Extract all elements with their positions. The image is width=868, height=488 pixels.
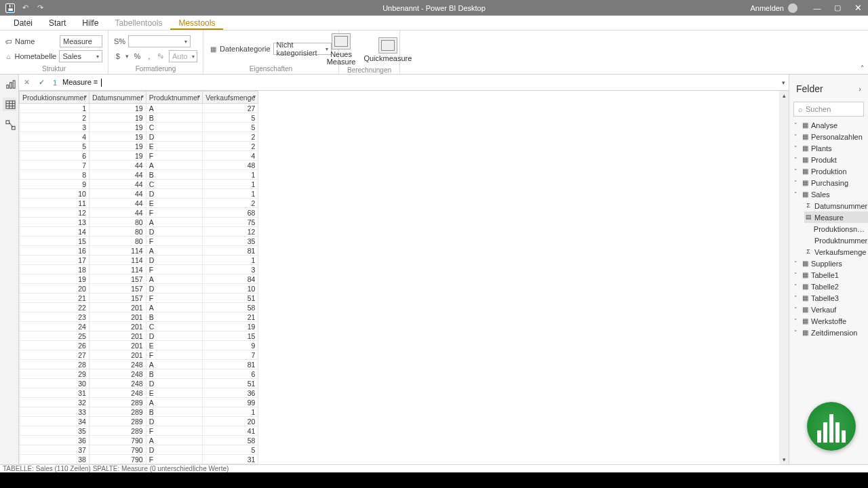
cell[interactable]: 28 bbox=[20, 360, 90, 369]
table-node[interactable]: ˅▦Tabelle2 bbox=[789, 281, 868, 292]
menu-start[interactable]: Start bbox=[41, 16, 74, 30]
field-node[interactable]: Produktionsnum... bbox=[804, 223, 868, 235]
cell[interactable]: 20 bbox=[203, 417, 258, 426]
cell[interactable]: D bbox=[146, 189, 203, 199]
table-node[interactable]: ˅▦Personalzahlen bbox=[789, 131, 868, 142]
cell[interactable]: 8 bbox=[20, 170, 90, 180]
cell[interactable]: F bbox=[146, 350, 203, 360]
cell[interactable]: 26 bbox=[20, 341, 90, 350]
close-button[interactable]: ✕ bbox=[848, 0, 868, 16]
save-icon[interactable]: 💾 bbox=[5, 3, 15, 13]
table-row[interactable]: 24201C19 bbox=[20, 322, 258, 331]
table-row[interactable]: 119A27 bbox=[20, 104, 258, 113]
cell[interactable]: 1 bbox=[203, 407, 258, 417]
cell[interactable]: 80 bbox=[89, 237, 146, 246]
table-row[interactable]: 27201F7 bbox=[20, 350, 258, 360]
table-row[interactable]: 319C5 bbox=[20, 123, 258, 132]
field-node[interactable]: ▤Measure bbox=[804, 211, 868, 223]
maximize-button[interactable]: ▢ bbox=[827, 0, 848, 16]
cell[interactable]: 114 bbox=[89, 265, 146, 274]
cell[interactable]: 27 bbox=[20, 350, 90, 360]
cell[interactable]: 4 bbox=[20, 132, 90, 142]
table-node[interactable]: ˅▦Tabelle3 bbox=[789, 292, 868, 304]
cell[interactable]: 75 bbox=[203, 218, 258, 227]
cell[interactable]: F bbox=[146, 208, 203, 218]
table-row[interactable]: 944C1 bbox=[20, 180, 258, 189]
cell[interactable]: F bbox=[146, 426, 203, 436]
cell[interactable]: E bbox=[146, 388, 203, 398]
name-input[interactable]: Measure bbox=[60, 35, 102, 47]
cell[interactable]: 44 bbox=[89, 208, 146, 218]
cell[interactable]: 19 bbox=[89, 142, 146, 151]
cell[interactable]: F bbox=[146, 237, 203, 246]
table-row[interactable]: 22201A58 bbox=[20, 303, 258, 312]
quick-measure-button[interactable]: Quickmeasure bbox=[361, 37, 414, 62]
table-node[interactable]: ˅▦Tabelle1 bbox=[789, 269, 868, 281]
column-header[interactable]: Produktnummer▾ bbox=[146, 92, 203, 104]
cell[interactable]: 44 bbox=[89, 180, 146, 189]
cell[interactable]: 35 bbox=[20, 426, 90, 436]
cell[interactable]: F bbox=[146, 265, 203, 274]
cell[interactable]: 41 bbox=[203, 426, 258, 436]
cell[interactable]: 38 bbox=[20, 455, 90, 464]
scroll-down-icon[interactable]: ▾ bbox=[779, 455, 789, 464]
cell[interactable]: E bbox=[146, 142, 203, 151]
cell[interactable]: 36 bbox=[203, 388, 258, 398]
cell[interactable]: 4 bbox=[203, 151, 258, 161]
cell[interactable]: 44 bbox=[89, 161, 146, 170]
table-node[interactable]: ˅▦Produkt bbox=[789, 154, 868, 165]
cell[interactable]: 21 bbox=[203, 312, 258, 322]
table-node[interactable]: ˅▦Analyse bbox=[789, 119, 868, 131]
cell[interactable]: 44 bbox=[89, 199, 146, 208]
cell[interactable]: 19 bbox=[89, 151, 146, 161]
cell[interactable]: 17 bbox=[20, 256, 90, 265]
cell[interactable]: 30 bbox=[20, 379, 90, 388]
cell[interactable]: D bbox=[146, 256, 203, 265]
column-header[interactable]: Verkaufsmenge▾ bbox=[203, 92, 258, 104]
cell[interactable]: 80 bbox=[89, 218, 146, 227]
cell[interactable]: E bbox=[146, 341, 203, 350]
cell[interactable]: D bbox=[146, 417, 203, 426]
datacategory-select[interactable]: Nicht kategorisiert▾ bbox=[273, 43, 332, 55]
cell[interactable]: 201 bbox=[89, 350, 146, 360]
cell[interactable]: 201 bbox=[89, 303, 146, 312]
cell[interactable]: 84 bbox=[203, 274, 258, 284]
cell[interactable]: 29 bbox=[20, 369, 90, 379]
cell[interactable]: 32 bbox=[20, 398, 90, 407]
cell[interactable]: 24 bbox=[20, 322, 90, 331]
table-row[interactable]: 32289A99 bbox=[20, 398, 258, 407]
cell[interactable]: 157 bbox=[89, 293, 146, 303]
field-node[interactable]: ΣDatumsnummer bbox=[804, 200, 868, 211]
table-row[interactable]: 25201D15 bbox=[20, 331, 258, 341]
cell[interactable]: 14 bbox=[20, 227, 90, 237]
cell[interactable]: 248 bbox=[89, 388, 146, 398]
table-row[interactable]: 219B5 bbox=[20, 113, 258, 123]
cell[interactable]: 3 bbox=[20, 123, 90, 132]
cell[interactable]: 1 bbox=[203, 180, 258, 189]
data-grid[interactable]: Produktionsnummer▾Datumsnummer▾Produktnu… bbox=[19, 91, 258, 464]
table-node[interactable]: ˅▦Werkstoffe bbox=[789, 315, 868, 327]
menu-help[interactable]: Hilfe bbox=[74, 16, 106, 30]
cell[interactable]: 12 bbox=[20, 208, 90, 218]
cell[interactable]: 157 bbox=[89, 284, 146, 293]
cell[interactable]: 36 bbox=[20, 436, 90, 445]
table-row[interactable]: 519E2 bbox=[20, 142, 258, 151]
report-view-button[interactable] bbox=[3, 77, 16, 91]
formula-commit-button[interactable]: ✓ bbox=[34, 75, 49, 90]
cell[interactable]: D bbox=[146, 284, 203, 293]
cell[interactable]: C bbox=[146, 180, 203, 189]
table-row[interactable]: 1144E2 bbox=[20, 199, 258, 208]
cell[interactable]: 248 bbox=[89, 360, 146, 369]
table-row[interactable]: 30248D51 bbox=[20, 379, 258, 388]
cell[interactable]: A bbox=[146, 218, 203, 227]
field-node[interactable]: Produktnummer bbox=[804, 235, 868, 246]
decimal-decrease-icon[interactable]: ⁰₀ bbox=[157, 50, 165, 62]
cell[interactable]: 5 bbox=[203, 123, 258, 132]
table-row[interactable]: 1380A75 bbox=[20, 218, 258, 227]
menu-tabletools[interactable]: Tabellentools bbox=[106, 16, 170, 30]
table-row[interactable]: 26201E9 bbox=[20, 341, 258, 350]
cell[interactable]: 99 bbox=[203, 398, 258, 407]
cell[interactable]: A bbox=[146, 360, 203, 369]
table-row[interactable]: 17114D1 bbox=[20, 256, 258, 265]
cell[interactable]: 19 bbox=[20, 274, 90, 284]
